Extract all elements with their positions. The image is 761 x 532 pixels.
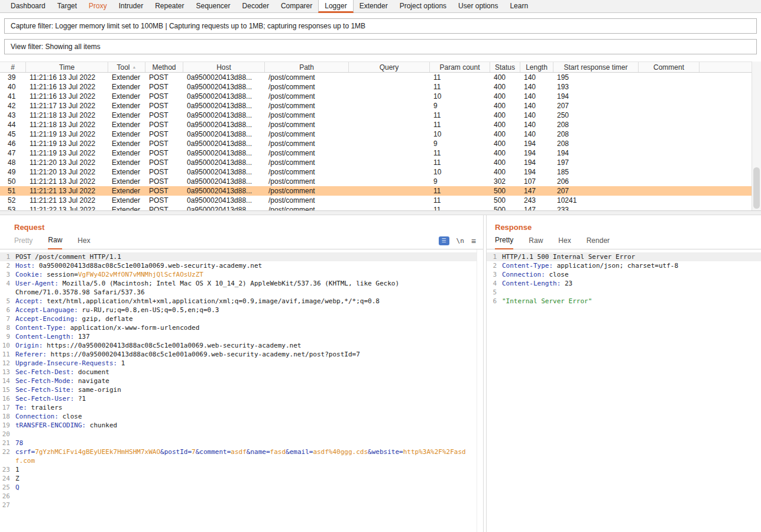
table-vertical-scrollbar[interactable] [752, 61, 761, 210]
cell-tool: Extender [108, 140, 145, 148]
column-header-start-response-timer[interactable]: Start response timer [553, 62, 639, 72]
cell-method: POST [145, 177, 183, 186]
column-header-length[interactable]: Length [520, 62, 553, 72]
log-row-42[interactable]: 4211:21:17 13 Jul 2022ExtenderPOST0a9500… [0, 101, 761, 111]
code-segment: Connection: [15, 413, 59, 420]
tab-user-options[interactable]: User options [452, 0, 504, 12]
log-row-53[interactable]: 5311:21:22 13 Jul 2022ExtenderPOST0a9500… [0, 205, 761, 210]
log-row-46[interactable]: 4611:21:19 13 Jul 2022ExtenderPOST0a9500… [0, 139, 761, 148]
line-number: 19 [0, 421, 15, 430]
code-segment: asdf [231, 448, 247, 456]
request-editor[interactable]: 1POST /post/comment HTTP/1.12Host: 0a950… [0, 249, 483, 532]
tab-intruder[interactable]: Intruder [113, 0, 149, 12]
column-header-comment[interactable]: Comment [639, 62, 700, 72]
log-row-49[interactable]: 4911:21:20 13 Jul 2022ExtenderPOST0a9500… [0, 167, 761, 177]
code-segment: Accept-Encoding: [15, 315, 78, 323]
code-segment: &postId= [160, 448, 192, 456]
show-newlines-icon[interactable]: \n [456, 237, 464, 245]
log-row-48[interactable]: 4811:21:20 13 Jul 2022ExtenderPOST0a9500… [0, 158, 761, 167]
capture-filter-bar[interactable]: Capture filter: Logger memory limit set … [4, 18, 757, 34]
cell-start-response-timer: 194 [553, 92, 639, 100]
response-tab-raw[interactable]: Raw [529, 236, 543, 249]
tab-project-options[interactable]: Project options [394, 0, 452, 12]
log-row-47[interactable]: 4711:21:19 13 Jul 2022ExtenderPOST0a9500… [0, 148, 761, 158]
code-line: 18Connection: close [0, 412, 477, 421]
cell-path: /post/comment [265, 158, 349, 167]
tab-sequencer[interactable]: Sequencer [190, 0, 237, 12]
log-row-44[interactable]: 4411:21:18 13 Jul 2022ExtenderPOST0a9500… [0, 120, 761, 129]
log-row-39[interactable]: 3911:21:16 13 Jul 2022ExtenderPOST0a9500… [0, 73, 761, 82]
log-row-45[interactable]: 4511:21:19 13 Jul 2022ExtenderPOST0a9500… [0, 129, 761, 139]
line-content: Content-Length: 137 [15, 332, 477, 341]
cell-path: /post/comment [265, 92, 349, 100]
line-number: 18 [0, 412, 15, 421]
column-header-path[interactable]: Path [265, 62, 349, 72]
line-number: 1 [487, 252, 502, 261]
column-header-method[interactable]: Method [145, 62, 183, 72]
log-row-50[interactable]: 5011:21:21 13 Jul 2022ExtenderPOST0a9500… [0, 177, 761, 186]
code-line: 17Te: trailers [0, 403, 477, 412]
response-tab-hex[interactable]: Hex [558, 236, 571, 249]
line-number: 16 [0, 394, 15, 403]
column-label: Tool [117, 63, 130, 72]
column-header-param-count[interactable]: Param count [430, 62, 490, 72]
cell-#: 40 [0, 83, 26, 91]
log-row-51[interactable]: 5111:21:21 13 Jul 2022ExtenderPOST0a9500… [0, 186, 761, 196]
cell-#: 42 [0, 102, 26, 110]
tab-decoder[interactable]: Decoder [237, 0, 275, 12]
column-header-status[interactable]: Status [490, 62, 520, 72]
wrap-lines-icon[interactable]: ☰ [439, 236, 449, 245]
line-content: Accept: text/html,application/xhtml+xml,… [15, 297, 477, 306]
scrollbar-thumb[interactable] [753, 167, 760, 209]
code-segment: chunked [86, 421, 117, 429]
code-segment: ?1 [74, 395, 86, 403]
log-row-52[interactable]: 5211:21:21 13 Jul 2022ExtenderPOST0a9500… [0, 196, 761, 205]
column-header-tool[interactable]: Tool▲ [108, 62, 145, 72]
cell-host: 0a9500020413d88... [183, 149, 265, 157]
code-line: 4Content-Length: 23 [487, 279, 761, 288]
horizontal-splitter[interactable] [0, 210, 761, 215]
cell-length: 140 [520, 102, 553, 110]
cell-method: POST [145, 187, 183, 195]
tab-extender[interactable]: Extender [354, 0, 394, 12]
line-number: 10 [0, 341, 15, 350]
log-row-43[interactable]: 4311:21:18 13 Jul 2022ExtenderPOST0a9500… [0, 111, 761, 120]
log-row-41[interactable]: 4111:21:16 13 Jul 2022ExtenderPOST0a9500… [0, 92, 761, 101]
code-line: 19tRANSFER-ENCODING: chunked [0, 421, 477, 430]
code-segment: Sec-Fetch-User: [15, 395, 74, 403]
tab-proxy[interactable]: Proxy [83, 0, 113, 12]
tab-repeater[interactable]: Repeater [149, 0, 190, 12]
request-tab-pretty[interactable]: Pretty [14, 236, 33, 249]
request-panel-title: Request [0, 215, 483, 232]
cell-tool: Extender [108, 196, 145, 205]
column-header-host[interactable]: Host [183, 62, 265, 72]
column-header-time[interactable]: Time [26, 62, 108, 72]
column-header-#[interactable]: # [0, 62, 26, 72]
request-tab-raw[interactable]: Raw [48, 236, 62, 249]
tab-logger[interactable]: Logger [318, 0, 353, 13]
code-segment: document [74, 368, 109, 376]
line-content [15, 501, 477, 510]
cell-path: /post/comment [265, 196, 349, 205]
editor-menu-icon[interactable]: ≡ [471, 237, 476, 245]
response-tab-render[interactable]: Render [587, 236, 610, 249]
response-editor[interactable]: 1HTTP/1.1 500 Internal Server Error2Cont… [487, 249, 761, 532]
column-label: Method [152, 63, 176, 72]
code-segment: Origin: [15, 342, 43, 349]
table-header: #TimeTool▲MethodHostPathQueryParam count… [0, 61, 761, 73]
cell-param-count: 11 [430, 187, 490, 195]
cell-method: POST [145, 83, 183, 91]
column-header-query[interactable]: Query [349, 62, 430, 72]
log-row-40[interactable]: 4011:21:16 13 Jul 2022ExtenderPOST0a9500… [0, 82, 761, 92]
code-segment: 7gYzhMCiFvi4gBEyUEEk7HmHSHM7xWAO [35, 448, 160, 456]
code-segment: "Internal Server Error" [502, 297, 592, 305]
cell-param-count: 11 [430, 206, 490, 210]
line-number: 24 [0, 474, 15, 483]
tab-comparer[interactable]: Comparer [275, 0, 318, 12]
tab-learn[interactable]: Learn [504, 0, 534, 12]
response-tab-pretty[interactable]: Pretty [495, 236, 513, 249]
view-filter-bar[interactable]: View filter: Showing all items [4, 39, 757, 54]
tab-target[interactable]: Target [51, 0, 83, 12]
tab-dashboard[interactable]: Dashboard [5, 0, 51, 12]
request-tab-hex[interactable]: Hex [77, 236, 90, 249]
